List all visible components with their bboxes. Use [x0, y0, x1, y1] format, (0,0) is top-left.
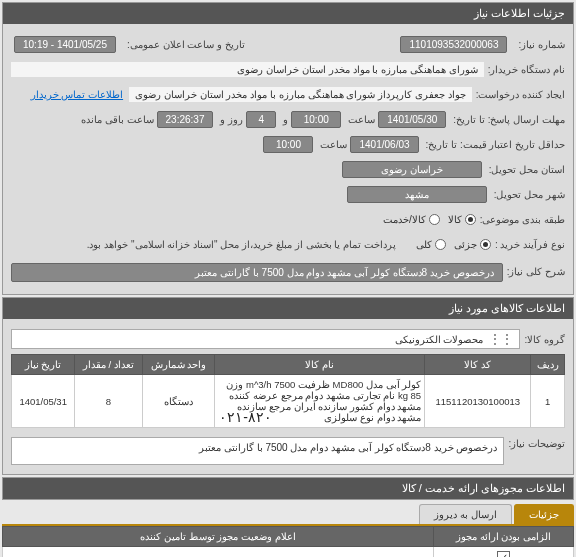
- col-unit: واحد شمارش: [142, 355, 215, 375]
- city-value: مشهد: [347, 186, 487, 203]
- days-post: روز و: [220, 114, 243, 125]
- need-no-value: 1101093532000063: [400, 36, 507, 53]
- buytype-radio-group: جزئی کلی: [416, 239, 491, 250]
- need-no-label: شماره نیاز:: [518, 39, 565, 50]
- classify-goods-label: کالا: [448, 214, 462, 225]
- cell-code: 1151120130100013: [425, 375, 531, 428]
- days-pre: و: [283, 114, 288, 125]
- permit-checkbox[interactable]: ✓: [497, 551, 510, 557]
- need-info-header: جزئیات اطلاعات نیاز: [3, 3, 573, 24]
- countdown-post: ساعت باقی مانده: [81, 114, 154, 125]
- desc-label: شرح کلی نیاز:: [507, 263, 565, 277]
- group-value: محصولات الکترونیکی: [395, 334, 484, 345]
- radio-unchecked-icon: [429, 214, 440, 225]
- province-value: خراسان رضوی: [342, 161, 482, 178]
- bottom-table: الزامی بودن ارائه مجوز اعلام وضعیت مجوز …: [2, 526, 574, 557]
- creator-label: ایجاد کننده درخواست:: [476, 89, 565, 100]
- tree-icon: ⋮⋮: [489, 332, 513, 346]
- need-description: درخصوص خرید 8دستگاه کولر آبی مشهد دوام م…: [11, 263, 503, 282]
- radio-checked-icon: [465, 214, 476, 225]
- classify-radio-group: کالا کالا/خدمت: [383, 214, 476, 225]
- time-label-1: ساعت: [348, 114, 375, 125]
- buyer-contact-link[interactable]: اطلاعات تماس خریدار: [31, 89, 124, 100]
- permits-header: اطلاعات مجوزهای ارائه خدمت / کالا: [3, 478, 573, 499]
- permits-panel: اطلاعات مجوزهای ارائه خدمت / کالا: [2, 477, 574, 500]
- cell-qty: 8: [75, 375, 142, 428]
- deadline-label: مهلت ارسال پاسخ: تا تاریخ:: [453, 114, 565, 125]
- table-row: ✓: [3, 547, 574, 558]
- bottom-col1: الزامی بودن ارائه مجوز: [434, 527, 574, 547]
- creator-value: جواد جعفری کارپرداز شورای هماهنگی مبارزه…: [129, 87, 472, 102]
- announce-value: 1401/05/25 - 10:19: [14, 36, 116, 53]
- buytype-note: پرداخت تمام یا بخشی از مبلغ خرید،از محل …: [87, 239, 396, 250]
- col-row: ردیف: [531, 355, 565, 375]
- cell-unit: دستگاه: [142, 375, 215, 428]
- table-row[interactable]: 1 1151120130100013 کولر آبی مدل MD800 ظر…: [12, 375, 565, 428]
- need-info-panel: جزئیات اطلاعات نیاز شماره نیاز: 11010935…: [2, 2, 574, 295]
- days-left: 4: [246, 111, 276, 128]
- buytype-partial-label: جزئی: [454, 239, 477, 250]
- col-name: نام کالا: [215, 355, 425, 375]
- cell-row: 1: [531, 375, 565, 428]
- buyer-label: نام دستگاه خریدار:: [488, 64, 565, 75]
- classify-label: طبقه بندی موضوعی:: [480, 214, 565, 225]
- classify-goods-option[interactable]: کالا: [448, 214, 476, 225]
- buyer-value: شورای هماهنگی مبارزه با مواد مخدر استان …: [11, 62, 484, 77]
- col-code: کد کالا: [425, 355, 531, 375]
- items-title: اطلاعات کالاهای مورد نیاز: [449, 302, 565, 315]
- deadline-date: 1401/05/30: [378, 111, 446, 128]
- panel-title: جزئیات اطلاعات نیاز: [474, 7, 565, 20]
- col-date: تاریخ نیاز: [12, 355, 75, 375]
- permit-check-cell: ✓: [434, 547, 574, 558]
- cell-date: 1401/05/31: [12, 375, 75, 428]
- countdown-value: 23:26:37: [157, 111, 214, 128]
- tab-details[interactable]: جزئیات: [514, 504, 574, 524]
- items-panel: اطلاعات کالاهای مورد نیاز گروه کالا: ⋮⋮ …: [2, 297, 574, 475]
- buytype-label: نوع فرآیند خرید :: [495, 239, 565, 250]
- items-table: ردیف کد کالا نام کالا واحد شمارش تعداد /…: [11, 354, 565, 428]
- time-label-2: ساعت: [320, 139, 347, 150]
- bottom-col2: اعلام وضعیت مجوز توسط تامین کننده: [3, 527, 434, 547]
- credit-date: 1401/06/03: [350, 136, 418, 153]
- group-label: گروه کالا:: [524, 334, 565, 345]
- buytype-partial-option[interactable]: جزئی: [454, 239, 491, 250]
- permit-status-cell: [3, 547, 434, 558]
- watermark-phone: ۰۲۱-۸۲۰: [219, 409, 272, 425]
- notes-value: درخصوص خرید 8دستگاه کولر آبی مشهد دوام م…: [11, 437, 504, 465]
- notes-label: توضیحات نیاز:: [508, 434, 565, 449]
- radio-unchecked-icon: [435, 239, 446, 250]
- province-label: استان محل تحویل:: [489, 164, 565, 175]
- city-label: شهر محل تحویل:: [494, 189, 565, 200]
- credit-label: حداقل تاریخ اعتبار قیمت: تا تاریخ:: [426, 139, 565, 150]
- bottom-tabs: جزئیات ارسال به دیروز: [2, 504, 574, 526]
- buytype-full-option[interactable]: کلی: [416, 239, 446, 250]
- cell-name: کولر آبی مدل MD800 ظرفیت m^3/h 7500 وزن …: [215, 375, 425, 428]
- product-group-select[interactable]: ⋮⋮ محصولات الکترونیکی: [11, 329, 520, 349]
- buytype-full-label: کلی: [416, 239, 432, 250]
- items-header: اطلاعات کالاهای مورد نیاز: [3, 298, 573, 319]
- classify-service-label: کالا/خدمت: [383, 214, 426, 225]
- bottom-section: جزئیات ارسال به دیروز الزامی بودن ارائه …: [2, 504, 574, 557]
- deadline-time: 10:00: [291, 111, 341, 128]
- announce-label: تاریخ و ساعت اعلان عمومی:: [127, 39, 245, 50]
- col-qty: تعداد / مقدار: [75, 355, 142, 375]
- permits-title: اطلاعات مجوزهای ارائه خدمت / کالا: [402, 482, 565, 495]
- radio-checked-icon: [480, 239, 491, 250]
- classify-service-option[interactable]: کالا/خدمت: [383, 214, 440, 225]
- tab-send[interactable]: ارسال به دیروز: [419, 504, 512, 524]
- credit-time: 10:00: [263, 136, 313, 153]
